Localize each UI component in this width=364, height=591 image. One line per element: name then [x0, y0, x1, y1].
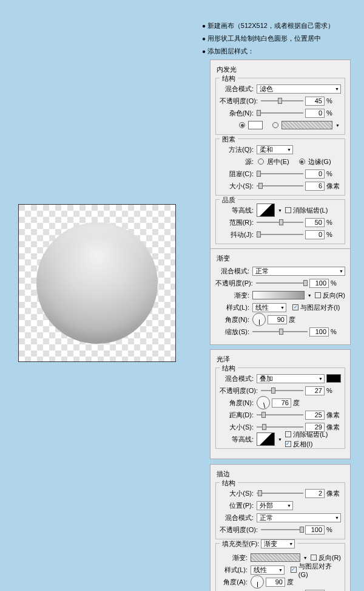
panel-stroke: 描边 结构 大小(S):2像素 位置(P):外部 混合模式:正常 不透明度(O)…: [210, 464, 351, 591]
group-title: 图素: [220, 135, 238, 144]
filltype-select[interactable]: 渐变: [261, 539, 295, 548]
opacity-label: 不透明度(O):: [220, 525, 259, 535]
angle-input[interactable]: 90: [266, 578, 285, 587]
opacity-input[interactable]: 27: [305, 386, 325, 395]
dropdown-icon[interactable]: ▼: [306, 293, 313, 298]
angle-input[interactable]: 76: [272, 398, 291, 408]
reverse-label: 反向(R): [323, 291, 345, 300]
note-1: 新建画布（512X512，或者根据自己需求）: [202, 19, 334, 32]
choke-label: 阻塞(C):: [220, 169, 255, 179]
group-title: 品质: [220, 196, 238, 205]
contour-picker[interactable]: [257, 203, 275, 217]
angle-dial[interactable]: [251, 575, 264, 589]
opacity-label: 不透明度(O):: [220, 97, 259, 106]
dropdown-icon[interactable]: ▼: [277, 208, 283, 213]
contour-picker[interactable]: [257, 432, 275, 446]
size-slider[interactable]: [257, 182, 303, 190]
source-center-radio[interactable]: [258, 159, 264, 165]
antialias-label: 消除锯齿(L): [293, 430, 328, 439]
group-structure: 结构 混合模式:滤色 不透明度(O):45% 杂色(N):0% ▼: [215, 78, 345, 135]
position-label: 位置(P):: [220, 501, 255, 510]
align-check[interactable]: [291, 567, 297, 573]
choke-input[interactable]: 0: [305, 169, 325, 179]
opacity-input[interactable]: 100: [305, 525, 325, 535]
note-3: 添加图层样式：: [202, 45, 334, 58]
distance-slider[interactable]: [257, 411, 303, 418]
opacity-slider[interactable]: [261, 526, 303, 533]
size-slider[interactable]: [257, 490, 303, 497]
gradient-picker[interactable]: [251, 553, 300, 562]
style-label: 样式(L):: [220, 565, 249, 575]
panel-title: 渐变: [215, 253, 345, 264]
blend-select[interactable]: 滤色: [257, 84, 341, 94]
invert-label: 反相(I): [293, 440, 312, 449]
opacity-label: 不透明度(P):: [215, 279, 254, 288]
size-slider[interactable]: [257, 423, 303, 431]
invert-check[interactable]: [285, 441, 291, 447]
gradient-radio[interactable]: [272, 122, 278, 128]
reverse-check[interactable]: [311, 555, 317, 561]
note-2: 用形状工具绘制纯白色圆形，位置居中: [202, 32, 334, 45]
opacity-slider[interactable]: [256, 279, 308, 287]
blend-label: 混合模式:: [220, 513, 255, 522]
source-edge-radio[interactable]: [299, 159, 305, 165]
reverse-label: 反向(R): [318, 553, 341, 562]
opacity-slider[interactable]: [261, 387, 303, 394]
range-input[interactable]: 50: [305, 218, 325, 227]
align-label: 与图层对齐(I): [300, 303, 340, 312]
antialias-check[interactable]: [285, 431, 291, 437]
blend-select[interactable]: 正常: [257, 513, 341, 522]
group-elements: 图素 方法(Q):柔和 源:居中(E)边缘(G) 阻塞(C):0% 大小(S):…: [215, 138, 345, 196]
gradient-picker[interactable]: [252, 291, 305, 299]
color-swatch[interactable]: [248, 121, 263, 129]
scale-input[interactable]: 100: [309, 327, 329, 336]
dropdown-icon[interactable]: ▼: [277, 437, 283, 442]
size-label: 大小(S):: [220, 423, 255, 432]
blend-select[interactable]: 叠加: [257, 374, 325, 383]
blend-select[interactable]: 正常: [252, 267, 345, 276]
antialias-label: 消除锯齿(L): [293, 206, 328, 215]
dropdown-icon[interactable]: ▼: [302, 556, 309, 560]
method-select[interactable]: 柔和: [257, 145, 293, 154]
position-select[interactable]: 外部: [257, 501, 293, 510]
instructions: 新建画布（512X512，或者根据自己需求） 用形状工具绘制纯白色圆形，位置居中…: [202, 19, 334, 58]
color-radio[interactable]: [239, 122, 245, 128]
sphere-shape: [36, 222, 158, 344]
gradient-label: 渐变:: [215, 291, 251, 300]
angle-input[interactable]: 90: [268, 315, 287, 324]
opacity-input[interactable]: 100: [309, 279, 329, 288]
style-select[interactable]: 线性: [251, 565, 285, 575]
opacity-input[interactable]: 45: [305, 97, 325, 106]
style-select[interactable]: 线性: [252, 303, 286, 312]
noise-slider[interactable]: [257, 109, 303, 117]
size-input[interactable]: 2: [305, 489, 325, 498]
size-input[interactable]: 6: [305, 182, 325, 191]
opacity-label: 不透明度(O):: [220, 386, 259, 395]
gradient-swatch[interactable]: [281, 121, 332, 129]
panel-satin: 光泽 结构 混合模式:叠加 不透明度(O):27% 角度(N):76度 距离(D…: [210, 349, 351, 459]
noise-input[interactable]: 0: [305, 109, 325, 118]
color-swatch[interactable]: [326, 374, 341, 383]
canvas-preview: [18, 204, 176, 362]
angle-label: 角度(N):: [220, 398, 255, 408]
reverse-check[interactable]: [315, 292, 321, 298]
choke-slider[interactable]: [257, 170, 303, 177]
contour-label: 等高线:: [220, 435, 255, 444]
source-label: 源:: [220, 157, 255, 166]
distance-input[interactable]: 25: [305, 411, 325, 420]
contour-label: 等高线:: [220, 206, 255, 215]
range-slider[interactable]: [257, 219, 303, 226]
panel-gradient: 渐变 混合模式:正常 不透明度(P):100% 渐变:▼反向(R) 样式(L):…: [210, 248, 351, 345]
angle-dial[interactable]: [252, 313, 266, 326]
dropdown-icon[interactable]: ▼: [334, 123, 341, 128]
jitter-input[interactable]: 0: [305, 230, 325, 239]
align-label: 与图层对齐(G): [298, 562, 341, 578]
antialias-check[interactable]: [285, 207, 291, 213]
jitter-slider[interactable]: [257, 231, 303, 238]
group-title: 填充类型(F): 渐变: [220, 539, 297, 548]
opacity-slider[interactable]: [261, 97, 303, 104]
align-check[interactable]: [292, 304, 298, 310]
style-label: 样式(L):: [215, 303, 251, 312]
angle-dial[interactable]: [257, 396, 270, 409]
scale-slider[interactable]: [252, 328, 308, 335]
